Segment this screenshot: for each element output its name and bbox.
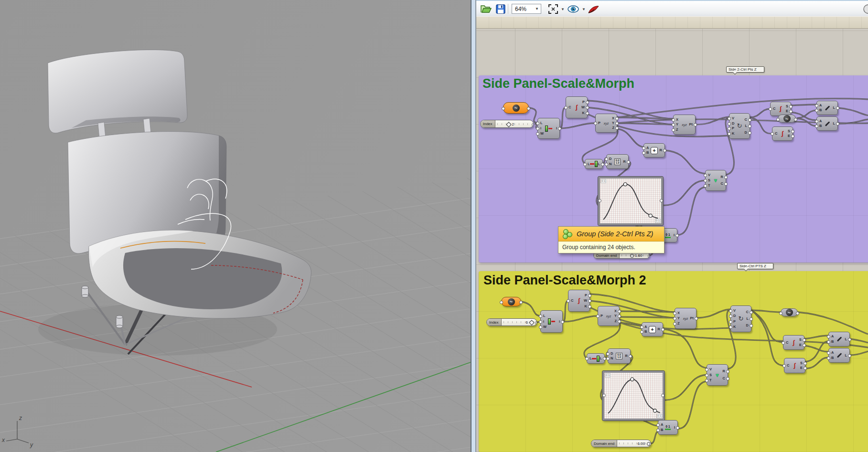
port-out[interactable] <box>629 355 632 358</box>
port-in[interactable] <box>815 120 818 123</box>
port-out[interactable] <box>586 106 589 109</box>
preview-button[interactable] <box>567 3 579 15</box>
zoom-dropdown[interactable]: 64% ▼ <box>512 4 541 14</box>
port-in[interactable] <box>776 118 780 121</box>
port-in[interactable] <box>564 106 568 109</box>
end-points[interactable]: ∫CSE <box>783 335 804 350</box>
port-out[interactable] <box>804 362 807 365</box>
port-out[interactable] <box>848 354 851 357</box>
port-in[interactable] <box>598 199 601 202</box>
viewport-3d-scene[interactable]: z x y <box>0 0 471 452</box>
addition[interactable]: +ABR <box>642 322 663 336</box>
port-in[interactable] <box>606 352 610 356</box>
port-in[interactable] <box>705 368 708 371</box>
port-in[interactable] <box>815 109 818 112</box>
port-in[interactable] <box>782 364 786 368</box>
port-in[interactable] <box>567 299 570 303</box>
port-out[interactable] <box>836 106 839 110</box>
port-in[interactable] <box>673 322 676 326</box>
port-out[interactable] <box>748 118 751 122</box>
port-out[interactable] <box>661 394 664 397</box>
port-out[interactable] <box>836 122 839 126</box>
partial-widget-icon[interactable] <box>861 3 868 15</box>
port-in[interactable] <box>815 125 818 128</box>
port-in[interactable] <box>705 379 708 382</box>
range[interactable]: 0.01.0DNR <box>606 154 629 169</box>
port-in[interactable] <box>728 132 731 136</box>
end-points[interactable]: ∫CSE <box>770 102 791 116</box>
port-out[interactable] <box>519 301 523 304</box>
port-in[interactable] <box>769 107 772 111</box>
slider-handle[interactable] <box>630 254 634 258</box>
port-in[interactable] <box>536 132 539 136</box>
port-in[interactable] <box>672 128 675 132</box>
port-in[interactable] <box>673 312 676 315</box>
port-in[interactable] <box>642 151 645 155</box>
sketch-button[interactable] <box>587 3 600 15</box>
graph-mapper[interactable]: 0 10 1 <box>602 371 664 420</box>
port-out[interactable] <box>695 317 698 320</box>
port-out[interactable] <box>748 125 751 128</box>
port-out[interactable] <box>615 117 619 120</box>
curve-param[interactable]: ~ <box>503 102 529 114</box>
index-slider[interactable]: Index6 <box>486 318 537 326</box>
port-out[interactable] <box>588 299 591 303</box>
port-in[interactable] <box>728 127 731 130</box>
port-out[interactable] <box>586 112 589 115</box>
deconstruct-point[interactable]: xyzPXYZ <box>598 306 620 326</box>
port-out[interactable] <box>750 324 753 327</box>
list-item[interactable]: LiWi <box>537 118 560 139</box>
port-out[interactable] <box>615 122 619 125</box>
line[interactable]: ABL <box>828 348 850 363</box>
port-in[interactable] <box>673 317 676 320</box>
port-in[interactable] <box>729 326 732 329</box>
port-out[interactable] <box>676 426 679 430</box>
slider-track[interactable]: 6 <box>502 319 536 326</box>
port-in[interactable] <box>539 315 542 318</box>
port-out[interactable] <box>601 163 604 166</box>
port-out[interactable] <box>588 294 591 297</box>
port-in[interactable] <box>729 315 732 318</box>
port-in[interactable] <box>640 330 643 334</box>
port-in[interactable] <box>536 127 539 130</box>
port-in[interactable] <box>500 301 503 304</box>
port-out[interactable] <box>627 160 630 164</box>
construct-point[interactable]: xyzXYZPt <box>673 115 696 135</box>
line[interactable]: ABL <box>828 332 850 347</box>
control-points[interactable]: ∫CPWK <box>566 96 588 118</box>
nurbs-curve[interactable]: ↻VDPKCLD <box>729 113 750 139</box>
port-in[interactable] <box>539 326 542 329</box>
port-out[interactable] <box>618 320 621 323</box>
port-in[interactable] <box>827 335 830 338</box>
port-in[interactable] <box>606 357 610 360</box>
port-in[interactable] <box>583 163 587 166</box>
port-out[interactable] <box>724 176 728 179</box>
port-out[interactable] <box>750 317 753 321</box>
save-file-button[interactable] <box>495 3 506 15</box>
curve-param[interactable]: ~ <box>501 297 521 306</box>
list-length[interactable]: LL <box>585 159 603 169</box>
port-in[interactable] <box>704 184 707 188</box>
port-in[interactable] <box>729 309 732 313</box>
port-out[interactable] <box>694 123 697 126</box>
port-out[interactable] <box>663 149 666 152</box>
list-length[interactable]: LL <box>587 353 605 364</box>
port-out[interactable] <box>726 377 729 380</box>
port-out[interactable] <box>789 110 793 113</box>
line[interactable]: ABL <box>816 101 838 115</box>
rhino-viewport[interactable]: z x y <box>0 0 471 452</box>
port-in[interactable] <box>728 117 731 120</box>
end-points[interactable]: ∫CSE <box>784 358 805 373</box>
end-points[interactable]: ∫CSE <box>772 126 793 141</box>
port-in[interactable] <box>596 315 600 318</box>
remap-numbers[interactable]: ▼VSTRC <box>705 170 726 191</box>
port-out[interactable] <box>603 357 606 360</box>
curve-param[interactable]: ~ <box>781 308 798 316</box>
port-out[interactable] <box>803 344 806 347</box>
port-in[interactable] <box>594 122 597 125</box>
chevron-down-icon[interactable]: ▼ <box>582 3 586 15</box>
port-in[interactable] <box>672 123 675 126</box>
port-out[interactable] <box>748 131 751 135</box>
port-in[interactable] <box>502 107 505 110</box>
addition[interactable]: +ABR <box>643 143 665 158</box>
